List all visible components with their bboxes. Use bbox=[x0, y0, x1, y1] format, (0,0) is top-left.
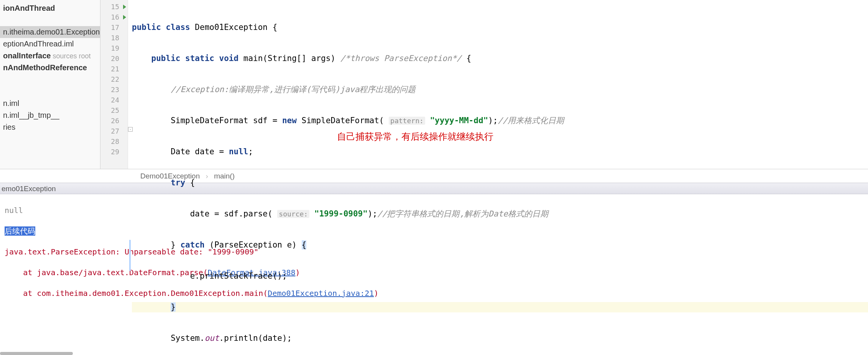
gutter-line[interactable]: 24 bbox=[100, 95, 128, 105]
gutter-line[interactable]: 22 bbox=[100, 74, 128, 84]
code-line-20[interactable]: try { bbox=[132, 178, 868, 188]
gutter-line[interactable]: 23 bbox=[100, 84, 128, 95]
gutter-line[interactable]: 19 bbox=[100, 43, 128, 53]
code-line-25[interactable]: System.out.println(date); bbox=[132, 333, 868, 343]
fold-toggle-icon[interactable]: - bbox=[128, 127, 133, 132]
code-line-17[interactable]: //Exception:编译期异常,进行编译(写代码)java程序出现的问题 bbox=[132, 84, 868, 95]
tree-spacer bbox=[0, 14, 100, 26]
tree-item[interactable]: n.iml__jb_tmp__ bbox=[0, 109, 100, 121]
editor-gutter[interactable]: 15 16 17 18 19 20 21 22 23 24 25 26 27 2… bbox=[100, 0, 128, 169]
editor-row: ionAndThread n.itheima.demo01.Exception … bbox=[0, 0, 868, 169]
code-line-22[interactable]: } catch (ParseException e) { bbox=[132, 240, 868, 250]
change-marker bbox=[129, 240, 131, 271]
gutter-line[interactable]: 20 bbox=[100, 53, 128, 64]
tree-item[interactable]: ionAndThread bbox=[0, 2, 100, 14]
gutter-line[interactable]: 27 bbox=[100, 126, 128, 136]
tree-item[interactable]: eptionAndThread.iml bbox=[0, 38, 100, 50]
gutter-line[interactable]: 25 bbox=[100, 105, 128, 116]
code-line-18[interactable]: SimpleDateFormat sdf = new SimpleDateFor… bbox=[132, 116, 868, 126]
tree-spacer bbox=[0, 86, 100, 97]
tree-item[interactable]: nAndMethodReference bbox=[0, 62, 100, 74]
gutter-line[interactable]: 28 bbox=[100, 136, 128, 147]
code-editor[interactable]: public class Demo01Exception { public st… bbox=[128, 0, 868, 169]
gutter-line[interactable]: 29 bbox=[100, 147, 128, 157]
gutter-line[interactable]: 15 bbox=[100, 2, 128, 12]
tree-item[interactable]: n.iml bbox=[0, 97, 100, 109]
code-line-23[interactable]: e.printStackTrace(); bbox=[132, 271, 868, 281]
code-line-21[interactable]: date = sdf.parse( source: "1999-0909");/… bbox=[132, 209, 868, 219]
tree-item-selected[interactable]: n.itheima.demo01.Exception bbox=[0, 26, 100, 38]
project-tree[interactable]: ionAndThread n.itheima.demo01.Exception … bbox=[0, 0, 100, 169]
code-line-16[interactable]: public static void main(String[] args) /… bbox=[132, 53, 868, 64]
gutter-line[interactable]: 21 bbox=[100, 64, 128, 74]
code-line-15[interactable]: public class Demo01Exception { bbox=[132, 22, 868, 33]
gutter-line[interactable]: 18 bbox=[100, 33, 128, 43]
gutter-line[interactable]: 16 bbox=[100, 12, 128, 22]
annotation-overlay: 自己捕获异常，有后续操作就继续执行 bbox=[337, 131, 493, 142]
code-line-19[interactable]: Date date = null; bbox=[132, 147, 868, 157]
gutter-line[interactable]: 26 bbox=[100, 116, 128, 126]
gutter-line[interactable]: 17 bbox=[100, 22, 128, 33]
tree-item[interactable]: ries bbox=[0, 121, 100, 133]
selected-text: 后续代码 bbox=[5, 226, 35, 236]
tree-spacer bbox=[0, 74, 100, 86]
tree-item[interactable]: onalInterface sources root bbox=[0, 50, 100, 62]
code-line-24-current[interactable]: } bbox=[132, 302, 868, 312]
